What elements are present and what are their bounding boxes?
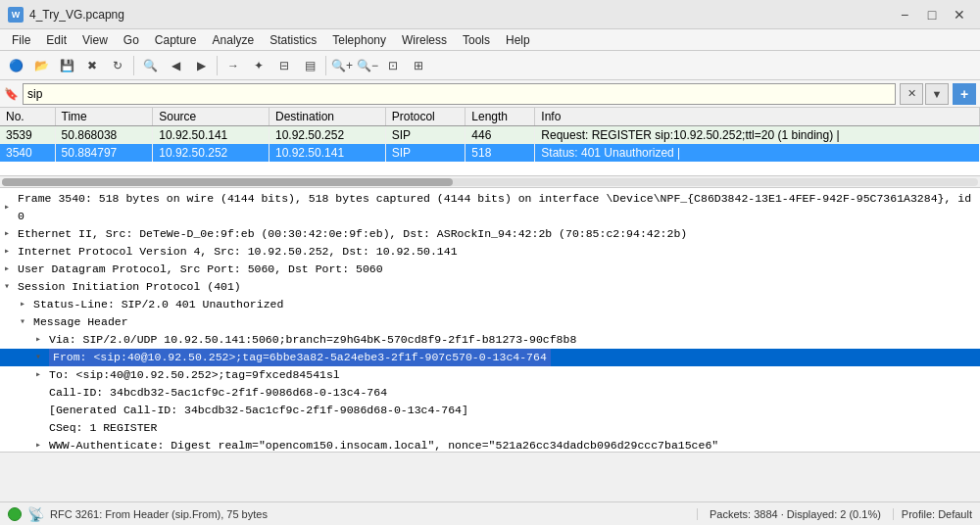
mark-button[interactable]: ✦ xyxy=(247,54,270,77)
packet-cell: Status: 401 Unauthorized | xyxy=(535,144,980,162)
close-button2[interactable]: ✖ xyxy=(80,54,104,77)
col-no[interactable]: No. xyxy=(0,108,55,126)
packet-cell: 10.92.50.252 xyxy=(269,126,385,145)
menu-item-capture[interactable]: Capture xyxy=(147,29,205,50)
horizontal-scrollbar[interactable] xyxy=(0,176,980,188)
menu-item-telephony[interactable]: Telephony xyxy=(324,29,394,50)
expand-icon[interactable]: ▸ xyxy=(35,331,49,349)
toolbar-separator-1 xyxy=(133,56,134,75)
expand-icon[interactable]: ▸ xyxy=(35,366,49,384)
detail-row[interactable]: ▸To: <sip:40@10.92.50.252>;tag=9fxced845… xyxy=(0,366,980,384)
detail-text: Status-Line: SIP/2.0 401 Unauthorized xyxy=(33,296,283,313)
packet-row[interactable]: 353950.86803810.92.50.14110.92.50.252SIP… xyxy=(0,126,980,145)
detail-text: [Generated Call-ID: 34bcdb32-5ac1cf9c-2f… xyxy=(49,402,468,419)
packet-cell: Request: REGISTER sip:10.92.50.252;ttl=2… xyxy=(535,126,980,145)
collapse-icon[interactable]: ▾ xyxy=(4,278,18,296)
zoom-in-button[interactable]: 🔍+ xyxy=(330,54,354,77)
detail-text: Session Initiation Protocol (401) xyxy=(18,278,241,296)
detail-text: Via: SIP/2.0/UDP 10.92.50.141:5060;branc… xyxy=(49,331,576,349)
detail-row[interactable]: ▾Message Header xyxy=(0,313,980,331)
detail-pane[interactable]: ▸Frame 3540: 518 bytes on wire (4144 bit… xyxy=(0,188,980,453)
col-length[interactable]: Length xyxy=(466,108,535,126)
detail-text: User Datagram Protocol, Src Port: 5060, … xyxy=(18,261,383,278)
menu-item-view[interactable]: View xyxy=(74,29,116,50)
collapse-icon[interactable]: ▾ xyxy=(20,313,33,331)
detail-row[interactable]: ▸Internet Protocol Version 4, Src: 10.92… xyxy=(0,243,980,261)
open-button[interactable]: 📂 xyxy=(29,54,53,77)
menu-item-edit[interactable]: Edit xyxy=(38,29,74,50)
detail-row[interactable]: ▸Status-Line: SIP/2.0 401 Unauthorized xyxy=(0,296,980,313)
unmark-button[interactable]: ⊟ xyxy=(272,54,296,77)
title-controls: − □ ✕ xyxy=(892,5,972,24)
packet-row[interactable]: 354050.88479710.92.50.25210.92.50.141SIP… xyxy=(0,144,980,162)
menu-item-help[interactable]: Help xyxy=(498,29,538,50)
fit-button[interactable]: ⊡ xyxy=(381,54,405,77)
expand-icon[interactable]: ▸ xyxy=(4,199,18,216)
status-right: Profile: Default xyxy=(894,508,980,520)
packet-cell: 446 xyxy=(466,126,535,145)
status-profile-text: Profile: Default xyxy=(902,508,972,520)
detail-row[interactable]: ▸Via: SIP/2.0/UDP 10.92.50.141:5060;bran… xyxy=(0,331,980,349)
detail-row[interactable]: [Generated Call-ID: 34bcdb32-5ac1cf9c-2f… xyxy=(0,402,980,419)
col-protocol[interactable]: Protocol xyxy=(385,108,466,126)
filter-add-button[interactable]: + xyxy=(953,83,976,105)
find-button[interactable]: 🔍 xyxy=(138,54,162,77)
toolbar: 🔵 📂 💾 ✖ ↻ 🔍 ◀ ▶ → ✦ ⊟ ▤ 🔍+ 🔍− ⊡ ⊞ xyxy=(0,51,980,80)
menu-item-file[interactable]: File xyxy=(4,29,38,50)
filter-input[interactable] xyxy=(23,83,896,105)
detail-row[interactable]: ▸User Datagram Protocol, Src Port: 5060,… xyxy=(0,261,980,278)
hscroll-thumb[interactable] xyxy=(2,178,453,186)
detail-row[interactable]: CSeq: 1 REGISTER xyxy=(0,419,980,437)
menu-item-statistics[interactable]: Statistics xyxy=(262,29,324,50)
col-time[interactable]: Time xyxy=(55,108,153,126)
menu-item-analyze[interactable]: Analyze xyxy=(205,29,263,50)
back-button[interactable]: ◀ xyxy=(164,54,187,77)
expand-icon[interactable]: ▸ xyxy=(4,261,18,278)
goto-packet-button[interactable]: → xyxy=(221,54,245,77)
expand-icon[interactable]: ▸ xyxy=(4,243,18,261)
save-button[interactable]: 💾 xyxy=(55,54,78,77)
col-info[interactable]: Info xyxy=(535,108,980,126)
col-source[interactable]: Source xyxy=(153,108,270,126)
reload-button[interactable]: ↻ xyxy=(106,54,129,77)
maximize-button[interactable]: □ xyxy=(919,5,945,24)
detail-row[interactable]: ▾From: <sip:40@10.92.50.252>;tag=6bbe3a8… xyxy=(0,349,980,366)
filter-clear-button[interactable]: ✕ xyxy=(900,83,923,105)
packet-cell: SIP xyxy=(385,126,466,145)
packet-list[interactable]: No. Time Source Destination Protocol Len… xyxy=(0,108,980,176)
filter-arrow-button[interactable]: ▼ xyxy=(925,83,949,105)
packet-cell: 10.92.50.141 xyxy=(269,144,385,162)
packet-cell: SIP xyxy=(385,144,466,162)
detail-row[interactable]: ▸Ethernet II, Src: DeTeWe-D_0e:9f:eb (00… xyxy=(0,225,980,243)
packet-cell: 50.884797 xyxy=(55,144,153,162)
menu-item-tools[interactable]: Tools xyxy=(455,29,498,50)
menu-bar: FileEditViewGoCaptureAnalyzeStatisticsTe… xyxy=(0,29,980,51)
status-left-text: RFC 3261: From Header (sip.From), 75 byt… xyxy=(50,508,268,520)
collapse-icon[interactable]: ▾ xyxy=(35,349,49,366)
expand-icon[interactable]: ▸ xyxy=(20,296,33,313)
detail-row[interactable]: Call-ID: 34bcdb32-5ac1cf9c-2f1f-9086d68-… xyxy=(0,384,980,402)
menu-item-wireless[interactable]: Wireless xyxy=(394,29,455,50)
menu-item-go[interactable]: Go xyxy=(116,29,147,50)
packet-cell: 518 xyxy=(466,144,535,162)
packet-cell: 10.92.50.141 xyxy=(153,126,270,145)
minimize-button[interactable]: − xyxy=(892,5,917,24)
new-capture-button[interactable]: 🔵 xyxy=(4,54,27,77)
coloring-button[interactable]: ▤ xyxy=(298,54,321,77)
close-button[interactable]: ✕ xyxy=(947,5,972,24)
toolbar-separator-3 xyxy=(325,56,326,75)
detail-row[interactable]: ▸Frame 3540: 518 bytes on wire (4144 bit… xyxy=(0,190,980,225)
zoom-out-button[interactable]: 🔍− xyxy=(356,54,379,77)
filter-actions: ✕ ▼ xyxy=(900,83,949,105)
status-center: Packets: 3884 · Displayed: 2 (0.1%) xyxy=(697,508,894,520)
detail-row[interactable]: ▸WWW-Authenticate: Digest realm="opencom… xyxy=(0,437,980,453)
expand-icon[interactable]: ▸ xyxy=(35,437,49,453)
status-bar: 📡 RFC 3261: From Header (sip.From), 75 b… xyxy=(0,501,980,525)
graph-button[interactable]: ⊞ xyxy=(407,54,430,77)
forward-button[interactable]: ▶ xyxy=(189,54,213,77)
detail-row[interactable]: ▾Session Initiation Protocol (401) xyxy=(0,278,980,296)
packet-cell: 50.868038 xyxy=(55,126,153,145)
detail-text: Call-ID: 34bcdb32-5ac1cf9c-2f1f-9086d68-… xyxy=(49,384,387,402)
col-destination[interactable]: Destination xyxy=(269,108,385,126)
expand-icon[interactable]: ▸ xyxy=(4,225,18,243)
